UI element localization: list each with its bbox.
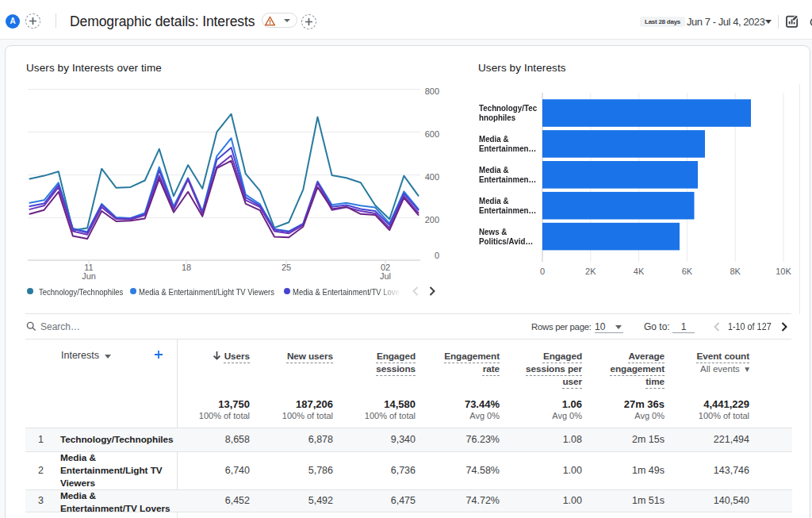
- svg-text:6K: 6K: [682, 267, 693, 276]
- svg-text:4K: 4K: [634, 267, 645, 276]
- svg-text:800: 800: [425, 86, 439, 96]
- svg-text:400: 400: [425, 172, 439, 182]
- svg-text:Jun: Jun: [82, 271, 96, 281]
- svg-text:2K: 2K: [585, 267, 596, 276]
- svg-text:10K: 10K: [776, 267, 791, 276]
- svg-text:18: 18: [182, 263, 191, 272]
- svg-text:8K: 8K: [730, 267, 741, 276]
- svg-text:0: 0: [540, 267, 545, 276]
- svg-text:0: 0: [435, 251, 439, 260]
- svg-text:Jul: Jul: [380, 271, 391, 281]
- svg-text:600: 600: [425, 129, 439, 139]
- svg-text:200: 200: [425, 215, 439, 224]
- svg-text:25: 25: [282, 263, 291, 272]
